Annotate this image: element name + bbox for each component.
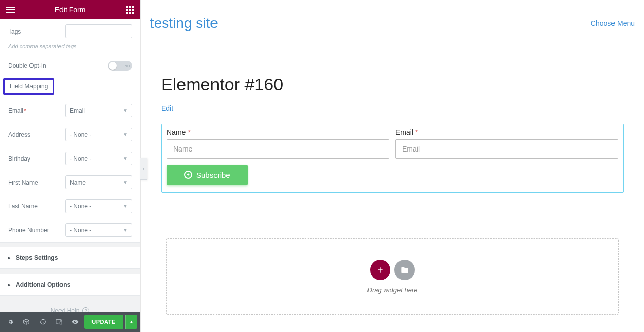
- site-header: testing site Choose Menu: [141, 0, 644, 49]
- email-field-label: Email*: [395, 128, 618, 136]
- map-label: Address: [8, 131, 65, 138]
- map-label: Email*: [8, 107, 65, 114]
- responsive-icon[interactable]: [52, 315, 66, 329]
- panel-body: Tags Add comma separated tags Double Opt…: [0, 19, 140, 312]
- page-content: Elementor #160 Edit Name* Email* + Subsc…: [141, 49, 644, 332]
- template-library-button[interactable]: [394, 260, 415, 280]
- choose-menu-link[interactable]: Choose Menu: [591, 19, 635, 27]
- tags-label: Tags: [8, 28, 65, 35]
- history-icon[interactable]: [36, 315, 50, 329]
- update-options-button[interactable]: ▲: [125, 315, 137, 329]
- need-help-link[interactable]: Need Help ?: [0, 296, 140, 312]
- accordion-steps-settings[interactable]: ▸ Steps Settings: [0, 247, 140, 269]
- map-select-last-name[interactable]: - None - ▼: [65, 199, 132, 213]
- email-input[interactable]: [395, 139, 618, 159]
- caret-right-icon: ▸: [8, 282, 11, 287]
- edit-link[interactable]: Edit: [161, 104, 173, 112]
- panel-title: Edit Form: [15, 6, 125, 14]
- map-row-first-name: First Name Name ▼: [0, 170, 140, 194]
- chevron-down-icon: ▼: [122, 156, 128, 161]
- field-mapping-section: Field Mapping Email* Email ▼ Address: [0, 76, 140, 242]
- map-label: Last Name: [8, 203, 65, 210]
- map-select-first-name[interactable]: Name ▼: [65, 175, 132, 189]
- field-mapping-title: Field Mapping: [3, 78, 54, 95]
- toggle-state: NO: [125, 64, 131, 68]
- form-widget[interactable]: Name* Email* + Subscribe: [161, 124, 624, 193]
- navigator-icon[interactable]: [19, 315, 34, 329]
- panel-header: Edit Form: [0, 0, 140, 19]
- site-title[interactable]: testing site: [150, 15, 218, 32]
- map-label: Birthday: [8, 155, 65, 162]
- chevron-down-icon: ▼: [122, 203, 128, 209]
- drop-zone[interactable]: Drag widget here: [166, 238, 619, 315]
- chevron-down-icon: ▼: [122, 227, 128, 233]
- map-select-address[interactable]: - None - ▼: [65, 128, 132, 141]
- tags-help: Add comma separated tags: [0, 43, 140, 55]
- add-section-button[interactable]: [370, 260, 390, 280]
- plus-circle-icon: +: [184, 171, 192, 179]
- widgets-icon[interactable]: [125, 5, 134, 14]
- panel-footer: UPDATE ▲: [0, 312, 140, 332]
- map-select-birthday[interactable]: - None - ▼: [65, 152, 132, 165]
- drop-zone-text: Drag widget here: [367, 286, 418, 294]
- map-select-phone[interactable]: - None - ▼: [65, 223, 132, 237]
- map-select-email[interactable]: Email ▼: [65, 104, 132, 117]
- menu-icon[interactable]: [6, 5, 15, 14]
- double-optin-row: Double Opt-In NO: [0, 55, 140, 76]
- map-row-last-name: Last Name - None - ▼: [0, 194, 140, 218]
- chevron-down-icon: ▼: [122, 132, 128, 137]
- caret-right-icon: ▸: [8, 255, 11, 260]
- double-optin-label: Double Opt-In: [8, 62, 65, 69]
- chevron-down-icon: ▼: [122, 179, 128, 185]
- preview-icon[interactable]: [68, 315, 82, 329]
- map-row-phone: Phone Number - None - ▼: [0, 218, 140, 242]
- page-title: Elementor #160: [161, 75, 624, 95]
- collapse-panel-handle[interactable]: ‹: [140, 158, 147, 180]
- tags-input[interactable]: [65, 24, 132, 38]
- map-row-birthday: Birthday - None - ▼: [0, 146, 140, 170]
- editor-panel: Edit Form Tags Add comma separated tags …: [0, 0, 141, 332]
- double-optin-toggle[interactable]: NO: [108, 61, 132, 71]
- map-row-email: Email* Email ▼: [0, 99, 140, 123]
- help-icon: ?: [82, 307, 89, 312]
- subscribe-button[interactable]: + Subscribe: [167, 165, 248, 185]
- map-row-address: Address - None - ▼: [0, 123, 140, 146]
- map-label: First Name: [8, 179, 65, 186]
- name-input[interactable]: [167, 139, 389, 159]
- accordion-additional-options[interactable]: ▸ Additional Options: [0, 274, 140, 296]
- preview-area: testing site Choose Menu Elementor #160 …: [141, 0, 644, 332]
- name-field-label: Name*: [167, 128, 389, 136]
- settings-icon[interactable]: [3, 315, 17, 329]
- map-label: Phone Number: [8, 227, 65, 234]
- update-button[interactable]: UPDATE: [84, 315, 123, 329]
- chevron-down-icon: ▼: [122, 108, 128, 113]
- tags-row: Tags: [0, 19, 140, 43]
